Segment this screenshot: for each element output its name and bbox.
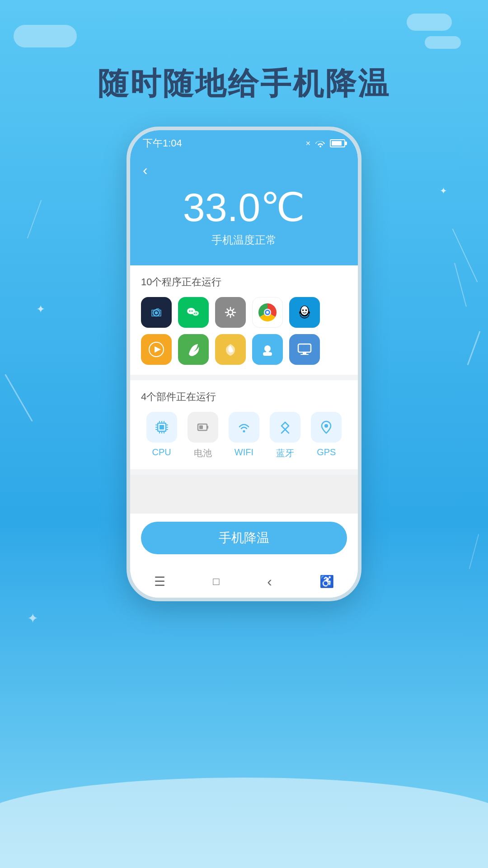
phone-screen: 下午1:04 ✕ 96 ‹: [130, 130, 358, 598]
app-icon-remote[interactable]: [289, 334, 320, 365]
wifi-icon: [315, 139, 325, 147]
svg-point-32: [324, 424, 328, 428]
svg-point-7: [194, 313, 195, 314]
running-apps-title: 10个程序正在运行: [141, 275, 347, 289]
app-icon-wechat[interactable]: [178, 297, 209, 328]
svg-point-31: [243, 430, 245, 433]
gps-label: GPS: [317, 447, 336, 458]
nav-accessibility-button[interactable]: ♿: [319, 575, 334, 589]
app-icon-qq[interactable]: [289, 297, 320, 328]
svg-rect-26: [300, 354, 309, 355]
gps-icon-wrap: [311, 412, 342, 443]
component-wifi[interactable]: WIFI: [229, 412, 259, 459]
status-icons: ✕ 96: [305, 139, 345, 147]
deco-line-2: [27, 200, 42, 238]
components-grid: CPU 电池: [141, 412, 347, 459]
svg-rect-25: [303, 352, 306, 354]
svg-rect-24: [298, 344, 311, 352]
app-icon-chrome[interactable]: [252, 297, 283, 328]
svg-point-8: [196, 313, 197, 314]
app-icon-settings[interactable]: [215, 297, 246, 328]
cloud-decoration-2: [407, 14, 452, 31]
app-icon-speed[interactable]: [178, 334, 209, 365]
nav-back-button[interactable]: ‹: [267, 573, 272, 590]
phone-mockup: 下午1:04 ✕ 96 ‹: [127, 127, 361, 601]
bottom-hill: [0, 778, 488, 868]
temperature-display: 33.0℃ 手机温度正常: [143, 188, 345, 247]
app-icon-gold[interactable]: [215, 334, 246, 365]
nav-bar: ☰ □ ‹ ♿: [130, 565, 358, 598]
running-components-section: 4个部件正在运行 CPU: [130, 380, 358, 469]
component-battery[interactable]: 电池: [188, 412, 218, 459]
wifi-icon-wrap: [229, 412, 259, 443]
svg-point-15: [301, 306, 308, 315]
cool-phone-button[interactable]: 手机降温: [141, 522, 347, 554]
battery-icon-wrap: [188, 412, 218, 443]
svg-point-13: [266, 311, 269, 314]
battery-icon: 96: [330, 139, 345, 147]
battery-x-icon: ✕: [305, 140, 311, 147]
battery-level: 96: [334, 140, 341, 147]
status-time: 下午1:04: [143, 137, 182, 150]
cpu-icon-wrap: [146, 412, 177, 443]
running-apps-section: 10个程序正在运行: [130, 265, 358, 375]
sparkle-icon: ✦: [36, 303, 45, 316]
svg-point-5: [192, 311, 193, 312]
content-area: 10个程序正在运行: [130, 265, 358, 598]
wifi-label: WIFI: [235, 447, 253, 458]
svg-point-18: [303, 309, 304, 310]
svg-point-4: [189, 311, 191, 312]
component-bluetooth[interactable]: 蓝牙: [270, 412, 300, 459]
svg-rect-28: [160, 425, 164, 429]
svg-point-2: [155, 311, 158, 315]
phone-outer: 下午1:04 ✕ 96 ‹: [127, 127, 361, 601]
svg-marker-21: [155, 346, 161, 353]
svg-point-9: [228, 310, 233, 315]
top-section: ‹ 33.0℃ 手机温度正常: [130, 154, 358, 265]
back-button[interactable]: ‹: [143, 162, 148, 179]
main-title: 随时随地给手机降温: [0, 63, 488, 104]
component-cpu[interactable]: CPU: [146, 412, 177, 459]
sparkle-icon-2: ✦: [27, 610, 38, 626]
gray-spacer: [130, 475, 358, 514]
app-grid: [141, 297, 347, 365]
temperature-value: 33.0℃: [143, 188, 345, 227]
bluetooth-icon-wrap: [270, 412, 300, 443]
app-icon-camera[interactable]: [141, 297, 172, 328]
svg-rect-30: [199, 425, 203, 429]
running-components-title: 4个部件正在运行: [141, 390, 347, 404]
cpu-label: CPU: [152, 447, 171, 458]
svg-rect-23: [263, 352, 272, 356]
battery-label: 电池: [194, 447, 212, 459]
nav-home-button[interactable]: □: [213, 575, 220, 588]
component-gps[interactable]: GPS: [311, 412, 342, 459]
nav-menu-button[interactable]: ☰: [154, 574, 165, 589]
status-bar: 下午1:04 ✕ 96: [130, 130, 358, 154]
cloud-decoration-1: [14, 25, 77, 47]
bluetooth-label: 蓝牙: [276, 447, 294, 459]
svg-point-6: [192, 311, 199, 316]
cool-button-wrap: 手机降温: [130, 514, 358, 565]
sparkle-icon-3: ✦: [440, 185, 447, 196]
temperature-status: 手机温度正常: [143, 233, 345, 247]
svg-point-22: [264, 345, 271, 352]
deco-line-3: [469, 534, 479, 569]
deco-line: [452, 229, 478, 283]
svg-point-19: [306, 309, 307, 310]
cloud-decoration-3: [425, 36, 461, 49]
app-icon-player[interactable]: [141, 334, 172, 365]
app-icon-weather[interactable]: [252, 334, 283, 365]
